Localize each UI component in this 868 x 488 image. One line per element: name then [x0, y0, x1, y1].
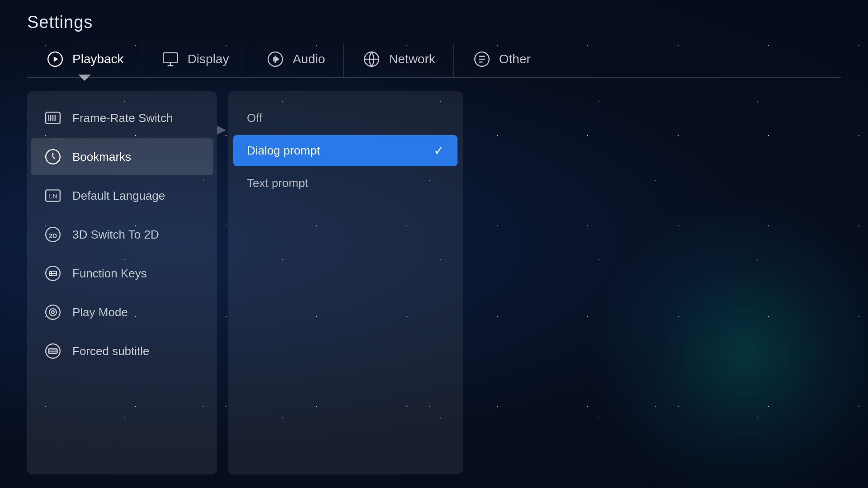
nav-tabs: Playback Display [27, 43, 841, 78]
sidebar-item-default-language-label: Default Language [72, 189, 165, 203]
svg-text:EN: EN [48, 192, 57, 200]
tab-other-label: Other [499, 52, 531, 66]
options-panel: Off Dialog prompt ✓ Text prompt [228, 91, 463, 474]
tab-playback[interactable]: Playback [27, 43, 142, 77]
sidebar-item-bookmarks[interactable]: Bookmarks [31, 138, 213, 175]
sidebar-item-function-keys[interactable]: Function Keys [31, 255, 213, 292]
sidebar-item-forced-subtitle[interactable]: Forced subtitle [31, 333, 213, 370]
playmode-icon [43, 303, 62, 322]
sidebar-panel: Frame-Rate Switch Bookmarks EN [27, 91, 217, 474]
sidebar-item-3d-switch-label: 3D Switch To 2D [72, 228, 159, 242]
sidebar-item-frame-rate-switch-label: Frame-Rate Switch [72, 111, 173, 125]
svg-point-32 [49, 309, 57, 316]
sidebar-item-play-mode-label: Play Mode [72, 305, 128, 319]
sidebar-item-default-language[interactable]: EN Default Language [31, 177, 213, 214]
sidebar-item-3d-switch[interactable]: 2D 3D Switch To 2D [31, 216, 213, 253]
tab-network[interactable]: Network [344, 43, 454, 77]
sidebar-item-frame-rate-switch[interactable]: Frame-Rate Switch [31, 99, 213, 136]
framerate-icon [43, 108, 62, 127]
audio-icon [265, 49, 285, 69]
tab-other[interactable]: Other [454, 43, 549, 77]
svg-text:2D: 2D [49, 232, 57, 239]
header: Settings Playback [0, 0, 868, 78]
option-dialog-prompt[interactable]: Dialog prompt ✓ [233, 135, 458, 166]
svg-point-31 [46, 305, 60, 319]
network-icon [362, 49, 382, 69]
checkmark-icon: ✓ [434, 143, 444, 158]
sidebar-item-bookmarks-label: Bookmarks [72, 150, 131, 164]
tab-playback-label: Playback [72, 52, 124, 66]
other-icon [472, 49, 492, 69]
tab-audio-label: Audio [292, 52, 325, 66]
option-text-prompt-label: Text prompt [247, 176, 308, 190]
sidebar-item-play-mode[interactable]: Play Mode [31, 294, 213, 331]
sidebar-item-forced-subtitle-label: Forced subtitle [72, 344, 150, 358]
tab-display-label: Display [188, 52, 229, 66]
3d-icon: 2D [43, 225, 62, 244]
arrow-connector [217, 91, 226, 474]
function-icon [43, 264, 62, 283]
subtitle-icon [43, 342, 62, 361]
svg-marker-37 [217, 126, 226, 135]
main-content: Frame-Rate Switch Bookmarks EN [0, 78, 868, 488]
svg-point-33 [52, 311, 54, 314]
option-off-label: Off [247, 111, 262, 125]
page-title: Settings [27, 13, 841, 32]
sidebar-item-function-keys-label: Function Keys [72, 267, 147, 281]
tab-display[interactable]: Display [142, 43, 248, 77]
language-icon: EN [43, 186, 62, 205]
play-icon [45, 49, 65, 69]
option-dialog-prompt-label: Dialog prompt [247, 144, 320, 158]
svg-rect-2 [163, 53, 178, 63]
bookmarks-icon [43, 147, 62, 166]
display-icon [160, 49, 180, 69]
svg-marker-1 [54, 56, 58, 62]
tab-audio[interactable]: Audio [247, 43, 344, 77]
tab-network-label: Network [389, 52, 435, 66]
option-text-prompt[interactable]: Text prompt [233, 168, 458, 198]
option-off[interactable]: Off [233, 103, 458, 133]
